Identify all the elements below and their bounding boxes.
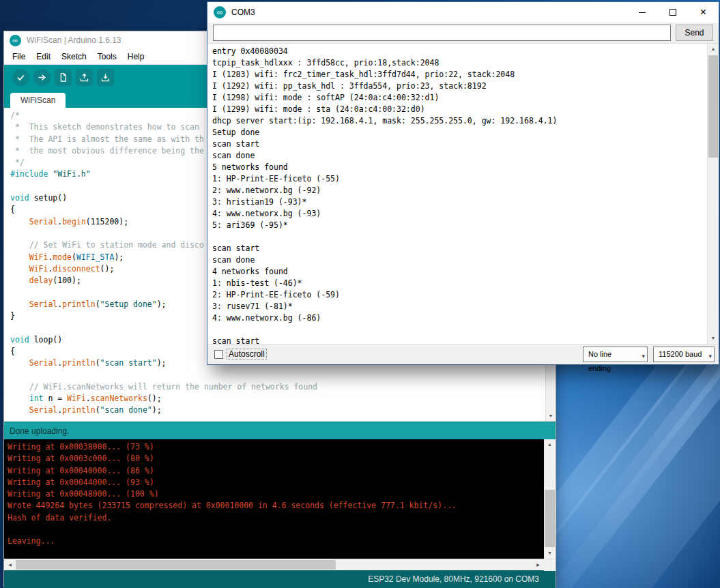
save-icon (100, 72, 111, 83)
upload-button[interactable] (33, 69, 51, 86)
new-sketch-button[interactable] (55, 69, 72, 86)
tab-label: WiFiScan (20, 95, 55, 105)
code-line: // WiFi.scanNetworks will return the num… (10, 381, 545, 393)
verify-button[interactable] (12, 69, 29, 86)
check-icon (16, 72, 26, 83)
document-icon (58, 72, 68, 83)
menu-tools[interactable]: Tools (92, 50, 122, 63)
console-area: Writing at 0x00038000... (73 %) Writing … (4, 439, 556, 559)
maximize-icon (669, 9, 676, 16)
save-sketch-button[interactable] (97, 69, 114, 86)
menu-sketch[interactable]: Sketch (56, 50, 92, 63)
upload-status-text: Done uploading. (10, 426, 69, 436)
monitor-scroll-up-icon[interactable]: ▲ (708, 44, 719, 55)
line-ending-select[interactable]: No line ending ▾ (583, 347, 648, 362)
code-line: Serial.println("scan done"); (10, 405, 545, 416)
console-scroll-left-icon[interactable]: ◀ (4, 559, 16, 571)
console-hscroll-thumb[interactable] (16, 560, 336, 570)
serial-input-row: Send (207, 23, 719, 43)
maximize-button[interactable] (657, 3, 688, 23)
autoscroll-checkbox[interactable] (214, 350, 223, 359)
arrow-right-icon (37, 72, 47, 83)
arduino-logo-icon: ∞ (10, 35, 21, 46)
serial-monitor-window: ∞ COM3 × Send entry 0x40080034 tcpip_tas… (207, 1, 719, 365)
monitor-scrollbar[interactable]: ▲ ▼ (707, 44, 719, 344)
minimize-icon (639, 12, 646, 13)
line-ending-value: No line ending (588, 350, 611, 372)
monitor-scroll-thumb[interactable] (708, 55, 718, 158)
console-scroll-thumb[interactable] (545, 490, 555, 547)
console-hscrollbar[interactable]: ◀ ▶ (4, 559, 556, 570)
scrollbar-corner (544, 559, 556, 571)
board-status-text: ESP32 Dev Module, 80MHz, 921600 on COM3 (368, 574, 539, 584)
console-output[interactable]: Writing at 0x00038000... (73 %) Writing … (4, 439, 544, 559)
console-scroll-right-icon[interactable]: ▶ (532, 559, 544, 571)
menu-edit[interactable]: Edit (31, 50, 56, 63)
board-status-bar: ESP32 Dev Module, 80MHz, 921600 on COM3 (4, 570, 556, 588)
baud-rate-value: 115200 baud (659, 350, 702, 358)
code-line (10, 370, 545, 381)
chevron-down-icon: ▾ (642, 349, 645, 364)
monitor-title: COM3 (231, 8, 627, 17)
minimize-button[interactable] (627, 3, 657, 23)
monitor-titlebar[interactable]: ∞ COM3 × (207, 2, 719, 23)
scroll-down-icon[interactable]: ▼ (546, 411, 556, 422)
upload-status-bar: Done uploading. (4, 422, 556, 439)
menu-help[interactable]: Help (122, 50, 150, 63)
monitor-scroll-down-icon[interactable]: ▼ (708, 333, 719, 344)
monitor-bottom-bar: Autoscroll No line ending ▾ 115200 baud … (207, 344, 719, 364)
baud-rate-select[interactable]: 115200 baud ▾ (653, 347, 715, 362)
close-button[interactable]: × (688, 3, 719, 23)
console-scroll-down-icon[interactable]: ▼ (544, 548, 556, 559)
ide-window-title: WiFiScan | Arduino 1.6.13 (27, 35, 121, 45)
open-icon (79, 72, 89, 83)
arduino-logo-icon: ∞ (214, 6, 226, 18)
close-icon: × (700, 7, 706, 18)
open-sketch-button[interactable] (76, 69, 93, 86)
autoscroll-label[interactable]: Autoscroll (227, 349, 266, 359)
console-vscrollbar[interactable]: ▲ ▼ (544, 439, 556, 559)
console-scroll-up-icon[interactable]: ▲ (544, 439, 556, 450)
serial-output-area: entry 0x40080034 tcpip_task_hdlxxx : 3ff… (207, 43, 719, 344)
serial-output-text[interactable]: entry 0x40080034 tcpip_task_hdlxxx : 3ff… (207, 44, 707, 344)
send-button[interactable]: Send (676, 25, 713, 41)
code-line: int n = WiFi.scanNetworks(); (10, 393, 545, 405)
serial-input[interactable] (213, 25, 671, 41)
tab-wifiscan[interactable]: WiFiScan (10, 93, 66, 108)
menu-file[interactable]: File (7, 50, 31, 63)
chevron-down-icon: ▾ (708, 349, 712, 364)
